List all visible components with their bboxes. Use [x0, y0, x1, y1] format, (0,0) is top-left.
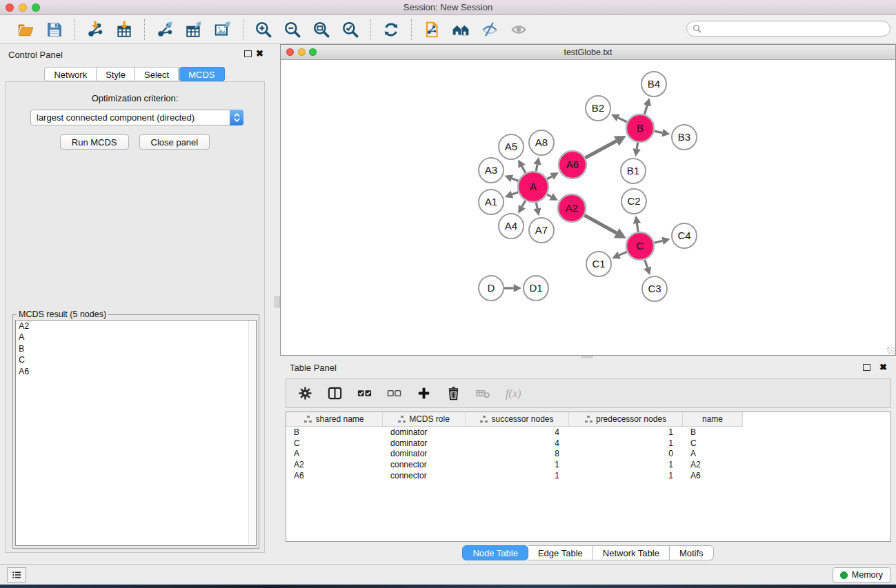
graph-node-A1[interactable]: A1 — [479, 190, 504, 214]
column-header-shared-name[interactable]: shared name — [286, 412, 383, 427]
graph-node-B[interactable]: B — [626, 114, 654, 142]
table-row[interactable]: A2connector11A2 — [286, 459, 890, 470]
zoom-out-icon[interactable] — [283, 20, 302, 39]
tab-mcds[interactable]: MCDS — [179, 67, 224, 81]
graph-node-B2[interactable]: B2 — [586, 96, 610, 121]
graph-node-C[interactable]: C — [626, 232, 654, 260]
mcds-result-item[interactable]: A6 — [16, 366, 256, 377]
graph-node-A5[interactable]: A5 — [499, 134, 524, 159]
graph-edge-C-C1[interactable] — [612, 252, 626, 259]
add-column-icon[interactable] — [415, 385, 432, 403]
task-history-button[interactable] — [7, 567, 26, 582]
graph-edge-B-B1[interactable] — [633, 143, 640, 157]
export-image-icon[interactable] — [213, 20, 232, 39]
graph-node-D1[interactable]: D1 — [524, 276, 548, 301]
mcds-result-item[interactable]: A — [16, 332, 256, 343]
column-header-successor-nodes[interactable]: successor nodes — [466, 412, 569, 427]
resize-grip[interactable] — [887, 347, 895, 354]
optimization-dropdown[interactable]: largest connected component (directed) — [30, 110, 243, 125]
mcds-result-item[interactable]: B — [16, 343, 256, 354]
open-session-icon[interactable] — [16, 20, 35, 39]
tab-motifs[interactable]: Motifs — [670, 545, 714, 560]
graph-edge-D-D1[interactable] — [504, 284, 521, 292]
export-table-icon[interactable] — [184, 20, 203, 39]
graph-node-A3[interactable]: A3 — [479, 158, 504, 183]
graph-edge-B-B2[interactable] — [611, 114, 627, 122]
graph-edge-A-A4[interactable] — [518, 201, 526, 214]
apply-function-icon[interactable]: f(x) — [504, 385, 521, 403]
tab-style[interactable]: Style — [97, 67, 135, 81]
table-row[interactable]: A6connector11A6 — [286, 470, 890, 481]
mcds-result-item[interactable]: A2 — [16, 321, 256, 332]
show-graphics-details-icon[interactable] — [509, 20, 528, 39]
column-header-name[interactable]: name — [683, 412, 743, 427]
graph-node-A7[interactable]: A7 — [529, 218, 554, 243]
graph-edge-A6-B[interactable] — [585, 136, 626, 158]
zoom-selected-icon[interactable] — [341, 20, 360, 39]
zoom-in-icon[interactable] — [254, 20, 273, 39]
deselect-all-rows-icon[interactable] — [385, 385, 403, 403]
graph-node-C3[interactable]: C3 — [642, 276, 667, 301]
graph-node-B4[interactable]: B4 — [641, 72, 666, 97]
tab-network-table[interactable]: Network Table — [593, 545, 670, 560]
save-session-icon[interactable] — [45, 20, 64, 39]
graph-node-A4[interactable]: A4 — [499, 214, 524, 239]
tab-edge-table[interactable]: Edge Table — [528, 545, 593, 560]
graph-node-B3[interactable]: B3 — [672, 125, 697, 150]
graph-edge-B-B3[interactable] — [655, 129, 670, 136]
close-panel-icon[interactable]: ✖ — [256, 49, 263, 59]
graph-node-A8[interactable]: A8 — [529, 130, 554, 155]
close-panel-button[interactable]: Close panel — [139, 134, 210, 150]
graph-node-A[interactable]: A — [518, 172, 548, 202]
graph-node-B1[interactable]: B1 — [621, 159, 646, 183]
export-network-icon[interactable] — [155, 20, 175, 39]
search-input[interactable] — [705, 23, 884, 34]
graph-edge-A-A2[interactable] — [547, 193, 558, 201]
scrollbar[interactable] — [248, 321, 256, 545]
import-table-icon[interactable] — [115, 20, 134, 39]
tab-node-table[interactable]: Node Table — [462, 545, 528, 560]
run-mcds-button[interactable]: Run MCDS — [60, 134, 129, 150]
table-settings-icon[interactable] — [296, 385, 314, 403]
column-header-predecessor-nodes[interactable]: predecessor nodes — [569, 412, 683, 427]
zoom-fit-icon[interactable] — [312, 20, 331, 39]
column-header-MCDS-role[interactable]: MCDS role — [383, 412, 466, 427]
select-all-rows-icon[interactable] — [355, 385, 373, 403]
graph-node-C4[interactable]: C4 — [672, 223, 697, 248]
graph-edge-C-C4[interactable] — [654, 237, 670, 245]
graph-edge-A-A8[interactable] — [533, 157, 541, 172]
hide-graphics-details-icon[interactable] — [480, 20, 499, 39]
clear-table-icon[interactable] — [474, 385, 492, 403]
graph-node-C1[interactable]: C1 — [586, 252, 611, 276]
table-row[interactable]: Adominator80A — [286, 449, 890, 460]
graph-edge-A-A3[interactable] — [505, 174, 519, 182]
graph-edge-A-A6[interactable] — [547, 172, 559, 180]
home-icon[interactable] — [451, 20, 470, 39]
search-box[interactable] — [686, 21, 890, 37]
table-row[interactable]: Cdominator41C — [286, 438, 890, 449]
graph-node-C2[interactable]: C2 — [621, 189, 646, 214]
graph-node-D[interactable]: D — [479, 276, 504, 301]
graph-edge-C-C2[interactable] — [633, 216, 641, 232]
table-row[interactable]: Bdominator41B — [286, 427, 890, 438]
delete-column-icon[interactable] — [444, 385, 462, 403]
import-network-icon[interactable] — [86, 20, 105, 39]
graph-edge-A-A5[interactable] — [518, 159, 526, 172]
graph-edge-C-C3[interactable] — [644, 260, 651, 275]
float-panel-icon[interactable] — [244, 50, 252, 57]
network-from-file-icon[interactable] — [422, 20, 441, 39]
close-table-panel-icon[interactable]: ✖ — [879, 363, 887, 372]
float-table-panel-icon[interactable] — [863, 364, 870, 371]
tab-network[interactable]: Network — [44, 67, 97, 81]
graph-edge-A-A1[interactable] — [505, 191, 519, 199]
memory-button[interactable]: Memory — [833, 567, 890, 582]
graph-node-A2[interactable]: A2 — [558, 194, 586, 222]
mcds-result-item[interactable]: C — [16, 354, 256, 365]
graph-edge-B-B4[interactable] — [644, 98, 651, 114]
refresh-view-icon[interactable] — [381, 20, 401, 39]
tab-select[interactable]: Select — [135, 67, 179, 81]
vertical-splitter-handle[interactable] — [275, 296, 280, 307]
graph-edge-A-A7[interactable] — [533, 203, 541, 216]
network-canvas[interactable]: B4B2BB3A8A5A6A3B1AA1C2A2A4A7C4CC1C3DD1 — [281, 60, 895, 353]
graph-edge-A2-C[interactable] — [584, 215, 626, 239]
